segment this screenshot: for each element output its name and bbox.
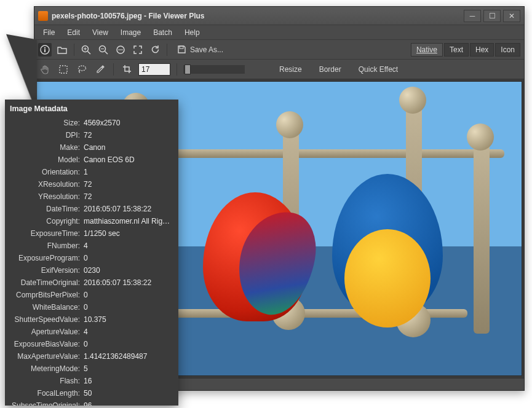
metadata-title: Image Metadata bbox=[10, 104, 173, 113]
metadata-value: 0 bbox=[84, 252, 173, 264]
tab-hex[interactable]: Hex bbox=[470, 43, 494, 57]
metadata-row: DateTime:2016:05:07 15:38:22 bbox=[10, 203, 173, 215]
metadata-key: FNumber: bbox=[10, 240, 84, 252]
metadata-row: Model:Canon EOS 6D bbox=[10, 154, 173, 166]
metadata-row: ExposureProgram:0 bbox=[10, 252, 173, 264]
metadata-key: MeteringMode: bbox=[10, 363, 84, 375]
metadata-key: SubsecTimeOriginal: bbox=[10, 399, 84, 406]
menu-help[interactable]: Help bbox=[180, 27, 205, 38]
tab-native[interactable]: Native bbox=[411, 43, 443, 57]
metadata-key: YResolution: bbox=[10, 190, 84, 203]
metadata-key: DateTimeOriginal: bbox=[10, 277, 84, 289]
save-as-button[interactable]: Save As... bbox=[172, 45, 228, 54]
metadata-key: Model: bbox=[10, 154, 84, 166]
tab-icon[interactable]: Icon bbox=[495, 43, 520, 57]
tab-text[interactable]: Text bbox=[444, 43, 469, 57]
metadata-key: DPI: bbox=[10, 129, 84, 141]
metadata-value: 2016:05:07 15:38:22 bbox=[84, 203, 173, 215]
metadata-value: 1/1250 sec bbox=[84, 227, 173, 240]
metadata-row: Copyright:matthiaszomer.nl All Rights Re… bbox=[10, 215, 173, 227]
metadata-key: ApertureValue: bbox=[10, 326, 84, 338]
menu-batch[interactable]: Batch bbox=[148, 27, 177, 38]
metadata-value: matthiaszomer.nl All Rights Res bbox=[84, 215, 173, 227]
info-icon[interactable] bbox=[38, 43, 52, 57]
minimize-button[interactable]: ─ bbox=[464, 10, 481, 22]
metadata-value: 0 bbox=[84, 301, 173, 313]
color-picker-icon[interactable] bbox=[93, 63, 107, 76]
metadata-value: 72 bbox=[84, 178, 173, 190]
metadata-row: Size:4569x2570 bbox=[10, 117, 173, 129]
metadata-row: ApertureValue:4 bbox=[10, 326, 173, 338]
svg-rect-1 bbox=[44, 49, 46, 52]
menu-image[interactable]: Image bbox=[116, 27, 146, 38]
metadata-key: FocalLength: bbox=[10, 387, 84, 399]
resize-button[interactable]: Resize bbox=[273, 65, 308, 74]
metadata-row: ExposureBiasValue:0 bbox=[10, 338, 173, 350]
lasso-select-icon[interactable] bbox=[75, 63, 89, 76]
window-title: pexels-photo-100576.jpeg - File Viewer P… bbox=[52, 12, 464, 20]
zoom-in-icon[interactable] bbox=[79, 43, 93, 57]
window-controls: ─ ☐ ✕ bbox=[464, 10, 520, 22]
metadata-value: 10.375 bbox=[84, 313, 173, 326]
menu-file[interactable]: File bbox=[38, 27, 60, 38]
metadata-value: 0 bbox=[84, 338, 173, 350]
menu-view[interactable]: View bbox=[87, 27, 113, 38]
metadata-key: Copyright: bbox=[10, 215, 84, 227]
metadata-value: 4 bbox=[84, 240, 173, 252]
metadata-value: 16 bbox=[84, 375, 173, 387]
metadata-value: 4569x2570 bbox=[84, 117, 173, 129]
svg-rect-13 bbox=[60, 66, 67, 73]
metadata-row: ExifVersion:0230 bbox=[10, 264, 173, 277]
metadata-key: XResolution: bbox=[10, 178, 84, 190]
zoom-out-icon[interactable] bbox=[97, 43, 110, 57]
app-icon bbox=[38, 11, 48, 21]
metadata-key: Orientation: bbox=[10, 166, 84, 178]
folder-open-icon[interactable] bbox=[55, 43, 69, 57]
metadata-row: Flash:16 bbox=[10, 375, 173, 387]
metadata-row: ComprBitsPerPixel:0 bbox=[10, 289, 173, 301]
maximize-button[interactable]: ☐ bbox=[483, 10, 501, 22]
metadata-row: ExposureTime:1/1250 sec bbox=[10, 227, 173, 240]
metadata-key: ShutterSpeedValue: bbox=[10, 313, 84, 326]
menu-edit[interactable]: Edit bbox=[62, 27, 85, 38]
refresh-icon[interactable] bbox=[148, 43, 162, 57]
metadata-panel: Image Metadata Size:4569x2570DPI:72Make:… bbox=[5, 100, 178, 406]
metadata-key: DateTime: bbox=[10, 203, 84, 215]
metadata-row: XResolution:72 bbox=[10, 178, 173, 190]
save-as-label: Save As... bbox=[190, 45, 223, 54]
toolbar-separator bbox=[167, 44, 167, 56]
zoom-value-input[interactable] bbox=[138, 63, 170, 76]
metadata-row: FocalLength:50 bbox=[10, 387, 173, 399]
metadata-value: 50 bbox=[84, 387, 173, 399]
metadata-rows: Size:4569x2570DPI:72Make:CanonModel:Cano… bbox=[10, 117, 173, 406]
toolbar-separator bbox=[177, 63, 177, 76]
metadata-row: FNumber:4 bbox=[10, 240, 173, 252]
marquee-select-icon[interactable] bbox=[57, 63, 70, 76]
metadata-row: Orientation:1 bbox=[10, 166, 173, 178]
metadata-value: 0 bbox=[84, 289, 173, 301]
metadata-value: Canon EOS 6D bbox=[84, 154, 173, 166]
close-button[interactable]: ✕ bbox=[503, 10, 520, 22]
metadata-value: 1 bbox=[84, 166, 173, 178]
metadata-row: MeteringMode:5 bbox=[10, 363, 173, 375]
slider-thumb[interactable] bbox=[185, 65, 191, 74]
title-bar: pexels-photo-100576.jpeg - File Viewer P… bbox=[34, 7, 524, 25]
quick-effect-button[interactable]: Quick Effect bbox=[352, 65, 404, 74]
border-button[interactable]: Border bbox=[313, 65, 347, 74]
metadata-row: YResolution:72 bbox=[10, 190, 173, 203]
metadata-value: 4 bbox=[84, 326, 173, 338]
metadata-value: 72 bbox=[84, 129, 173, 141]
metadata-value: 5 bbox=[84, 363, 173, 375]
metadata-row: ShutterSpeedValue:10.375 bbox=[10, 313, 173, 326]
zoom-reset-icon[interactable] bbox=[114, 43, 127, 57]
metadata-key: Flash: bbox=[10, 375, 84, 387]
metadata-row: DPI:72 bbox=[10, 129, 173, 141]
hand-tool-icon[interactable] bbox=[38, 63, 52, 76]
metadata-row: Make:Canon bbox=[10, 141, 173, 154]
toolbar-primary: Save As... Native Text Hex Icon bbox=[34, 40, 524, 60]
zoom-slider[interactable] bbox=[183, 65, 245, 74]
crop-icon[interactable] bbox=[120, 63, 133, 76]
fullscreen-icon[interactable] bbox=[131, 43, 145, 57]
metadata-key: ExposureTime: bbox=[10, 227, 84, 240]
save-icon bbox=[177, 45, 186, 54]
